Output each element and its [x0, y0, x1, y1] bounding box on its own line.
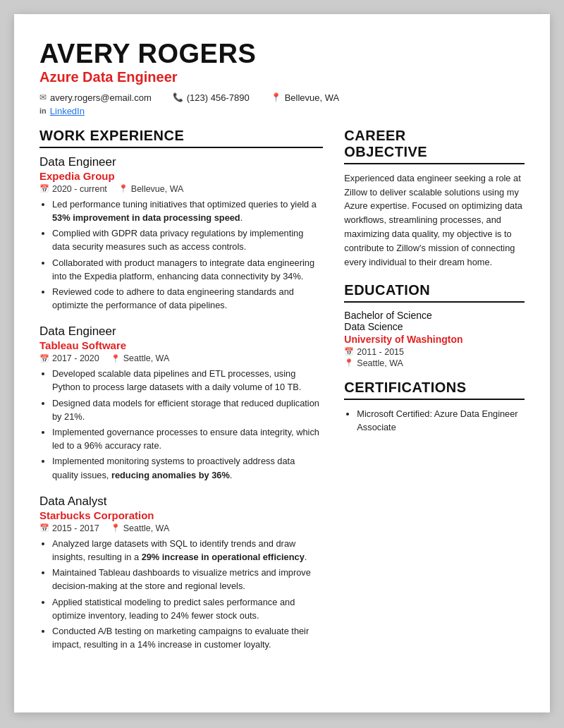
contact-row: ✉ avery.rogers@email.com 📞 (123) 456-789…: [39, 92, 525, 103]
location-value: Bellevue, WA: [285, 92, 340, 103]
edu-meta: 📅 2011 - 2015 📍 Seattle, WA: [344, 347, 525, 368]
applicant-title: Azure Data Engineer: [39, 69, 525, 85]
bullet-item: Complied with GDPR data privacy regulati…: [52, 226, 323, 253]
job-meta-starbucks: 📅 2015 - 2017 📍 Seattle, WA: [39, 523, 323, 533]
linkedin-icon: in: [39, 107, 47, 115]
job-bullets-starbucks: Analyzed large datasets with SQL to iden…: [39, 537, 323, 652]
linkedin-contact[interactable]: in LinkedIn: [39, 106, 85, 116]
bullet-item: Collaborated with product managers to in…: [52, 256, 323, 283]
job-years-expedia: 📅 2020 - current: [39, 184, 107, 194]
years-value: 2017 - 2020: [52, 353, 99, 363]
bullet-item: Designed data models for efficient stora…: [52, 396, 323, 423]
email-icon: ✉: [39, 92, 47, 102]
career-objective-text: Experienced data engineer seeking a role…: [344, 171, 525, 269]
location-contact: 📍 Bellevue, WA: [271, 92, 340, 103]
edu-field: Data Science: [344, 321, 525, 332]
work-experience-divider: [39, 147, 323, 148]
job-entry-tableau: Data Engineer Tableau Software 📅 2017 - …: [39, 324, 323, 482]
certifications-divider: [344, 399, 525, 400]
job-entry-starbucks: Data Analyst Starbucks Corporation 📅 201…: [39, 495, 323, 652]
edu-location-value: Seattle, WA: [357, 358, 403, 368]
bullet-item: Reviewed code to adhere to data engineer…: [52, 285, 323, 312]
job-title-starbucks: Data Analyst: [39, 495, 323, 509]
edu-degree: Bachelor of Science: [344, 310, 525, 321]
job-company-tableau: Tableau Software: [39, 339, 323, 351]
bullet-item: Implemented governance processes to ensu…: [52, 425, 323, 452]
job-bullets-tableau: Developed scalable data pipelines and ET…: [39, 367, 323, 482]
calendar-icon: 📅: [39, 523, 49, 533]
education-divider: [344, 301, 525, 303]
calendar-icon: 📅: [344, 347, 354, 356]
right-column: CAREEROBJECTIVE Experienced data enginee…: [344, 128, 525, 665]
pin-icon: 📍: [344, 358, 354, 368]
years-value: 2015 - 2017: [52, 523, 99, 533]
job-bullets-expedia: Led performance tuning initiatives that …: [39, 198, 323, 313]
applicant-name: AVERY ROGERS: [39, 40, 525, 69]
cert-item: Microsoft Certified: Azure Data Engineer…: [357, 407, 525, 434]
job-company-starbucks: Starbucks Corporation: [39, 509, 323, 521]
certifications-list: Microsoft Certified: Azure Data Engineer…: [344, 407, 525, 434]
job-entry-expedia: Data Engineer Expedia Group 📅 2020 - cur…: [39, 155, 323, 313]
edu-location: 📍 Seattle, WA: [344, 358, 525, 368]
main-layout: WORK EXPERIENCE Data Engineer Expedia Gr…: [39, 128, 525, 665]
edu-years-value: 2011 - 2015: [357, 347, 404, 357]
email-contact: ✉ avery.rogers@email.com: [39, 92, 152, 103]
location-value: Seattle, WA: [123, 353, 170, 363]
linkedin-row: in LinkedIn: [39, 106, 525, 116]
job-meta-expedia: 📅 2020 - current 📍 Bellevue, WA: [39, 184, 323, 194]
location-value: Bellevue, WA: [131, 184, 184, 194]
bullet-item: Maintained Tableau dashboards to visuali…: [52, 566, 323, 593]
work-experience-heading: WORK EXPERIENCE: [39, 128, 323, 144]
email-value: avery.rogers@email.com: [50, 92, 152, 103]
left-column: WORK EXPERIENCE Data Engineer Expedia Gr…: [39, 128, 323, 665]
job-location-tableau: 📍 Seattle, WA: [111, 353, 170, 363]
education-heading: EDUCATION: [344, 282, 525, 298]
location-icon: 📍: [271, 92, 281, 102]
edu-school: University of Washington: [344, 334, 525, 345]
career-objective-heading: CAREEROBJECTIVE: [344, 128, 525, 160]
education-entry: Bachelor of Science Data Science Univers…: [344, 310, 525, 368]
job-company-expedia: Expedia Group: [39, 170, 323, 182]
job-years-starbucks: 📅 2015 - 2017: [39, 523, 99, 533]
years-value: 2020 - current: [52, 184, 107, 194]
linkedin-link[interactable]: LinkedIn: [50, 106, 85, 116]
job-location-expedia: 📍 Bellevue, WA: [118, 184, 184, 194]
career-objective-divider: [344, 163, 525, 164]
edu-years: 📅 2011 - 2015: [344, 347, 525, 357]
certifications-heading: CERTIFICATIONS: [344, 380, 525, 396]
bullet-item: Led performance tuning initiatives that …: [52, 198, 323, 224]
pin-icon: 📍: [118, 184, 128, 193]
bullet-item: Applied statistical modeling to predict …: [52, 595, 323, 622]
job-meta-tableau: 📅 2017 - 2020 📍 Seattle, WA: [39, 353, 323, 363]
job-title-tableau: Data Engineer: [39, 324, 323, 339]
location-value: Seattle, WA: [123, 523, 170, 533]
job-years-tableau: 📅 2017 - 2020: [39, 353, 99, 363]
phone-contact: 📞 (123) 456-7890: [173, 92, 250, 103]
bullet-item: Conducted A/B testing on marketing campa…: [52, 624, 323, 651]
job-title-expedia: Data Engineer: [39, 155, 323, 169]
phone-icon: 📞: [173, 92, 183, 102]
phone-value: (123) 456-7890: [187, 92, 250, 103]
resume-container: AVERY ROGERS Azure Data Engineer ✉ avery…: [14, 14, 550, 712]
bullet-item: Implemented monitoring systems to proact…: [52, 454, 323, 481]
calendar-icon: 📅: [39, 184, 49, 193]
bullet-item: Developed scalable data pipelines and ET…: [52, 367, 323, 394]
bullet-item: Analyzed large datasets with SQL to iden…: [52, 537, 323, 564]
pin-icon: 📍: [111, 523, 121, 533]
calendar-icon: 📅: [39, 354, 49, 363]
header: AVERY ROGERS Azure Data Engineer ✉ avery…: [39, 40, 525, 116]
pin-icon: 📍: [111, 354, 121, 363]
job-location-starbucks: 📍 Seattle, WA: [111, 523, 170, 533]
